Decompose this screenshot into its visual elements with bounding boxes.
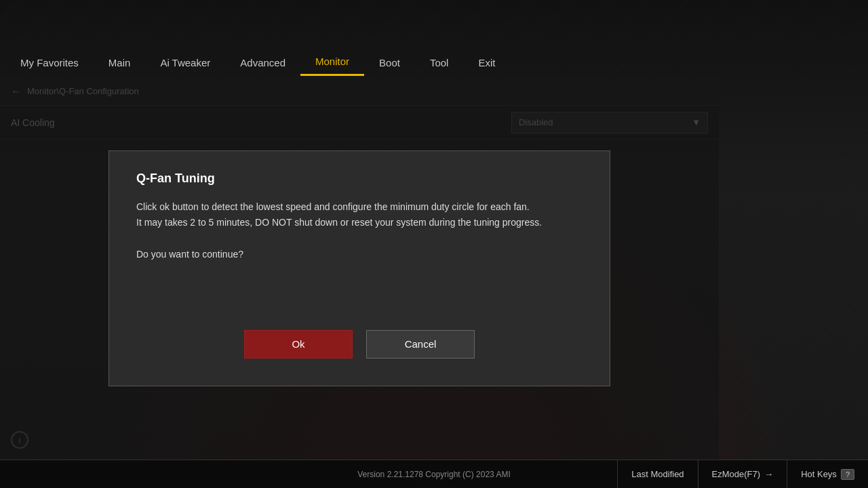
ezmode-button[interactable]: EzMode(F7) → bbox=[698, 460, 787, 488]
nav-boot[interactable]: Boot bbox=[364, 49, 415, 76]
ok-button[interactable]: Ok bbox=[244, 330, 353, 359]
hotkeys-button[interactable]: Hot Keys ? bbox=[787, 460, 868, 488]
nav-main[interactable]: Main bbox=[94, 49, 146, 76]
cancel-button[interactable]: Cancel bbox=[366, 330, 475, 359]
dialog-overlay: Q-Fan Tuning Click ok button to detect t… bbox=[0, 77, 719, 460]
nav-advanced[interactable]: Advanced bbox=[225, 49, 300, 76]
nav-my-favorites[interactable]: My Favorites bbox=[5, 49, 94, 76]
nav-exit[interactable]: Exit bbox=[463, 49, 510, 76]
nav-monitor[interactable]: Monitor bbox=[300, 49, 364, 76]
last-modified-button[interactable]: Last Modified bbox=[617, 460, 697, 488]
dialog-title: Q-Fan Tuning bbox=[136, 171, 583, 186]
hotkeys-key-badge: ? bbox=[841, 469, 854, 480]
dialog-body-line2: It may takes 2 to 5 minutes, DO NOT shut… bbox=[136, 217, 542, 228]
dialog-buttons: Ok Cancel bbox=[136, 330, 583, 359]
nav-tool[interactable]: Tool bbox=[415, 49, 464, 76]
footer-version: Version 2.21.1278 Copyright (C) 2023 AMI bbox=[357, 470, 510, 479]
ezmode-label: EzMode(F7) bbox=[712, 469, 761, 479]
nav-ai-tweaker[interactable]: Ai Tweaker bbox=[145, 49, 225, 76]
ezmode-icon: → bbox=[764, 469, 773, 479]
dialog-body-line3: Do you want to continue? bbox=[136, 249, 243, 260]
dialog-body-line1: Click ok button to detect the lowest spe… bbox=[136, 201, 530, 212]
hotkeys-label: Hot Keys bbox=[801, 469, 837, 479]
dialog-body: Click ok button to detect the lowest spe… bbox=[136, 199, 583, 262]
footer-actions: Last Modified EzMode(F7) → Hot Keys ? bbox=[617, 460, 868, 488]
left-panel: ← Monitor\Q-Fan Configuration AI Cooling… bbox=[0, 77, 719, 460]
last-modified-label: Last Modified bbox=[631, 469, 684, 479]
footer: Version 2.21.1278 Copyright (C) 2023 AMI… bbox=[0, 460, 868, 488]
qfan-tuning-dialog: Q-Fan Tuning Click ok button to detect t… bbox=[108, 150, 610, 386]
